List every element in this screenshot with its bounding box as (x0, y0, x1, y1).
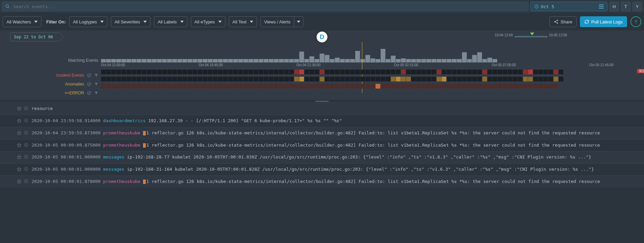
histogram-bar[interactable] (315, 59, 319, 62)
heat-cell[interactable] (238, 77, 243, 81)
heat-cell[interactable] (401, 77, 406, 81)
heat-cell[interactable] (152, 70, 157, 74)
heat-cell[interactable] (238, 70, 243, 74)
heat-cell[interactable] (437, 84, 441, 89)
heat-cell[interactable] (487, 70, 492, 74)
heat-cell[interactable] (345, 70, 350, 74)
heat-cell[interactable] (477, 77, 482, 81)
star-icon[interactable] (17, 179, 21, 184)
heat-cell[interactable] (386, 77, 390, 81)
heat-cell[interactable] (554, 84, 558, 89)
heat-cell[interactable] (350, 84, 355, 89)
filter-row-icon[interactable] (94, 73, 98, 77)
heat-cell[interactable] (243, 70, 248, 74)
histogram-bar[interactable] (411, 59, 416, 62)
histogram-bar[interactable] (106, 59, 111, 62)
heat-cell[interactable] (442, 84, 446, 89)
heat-cell[interactable] (223, 84, 228, 89)
heat-cell[interactable] (126, 77, 131, 81)
star-icon[interactable] (17, 167, 21, 171)
heat-cell[interactable] (304, 77, 309, 81)
heat-cell[interactable] (386, 84, 390, 89)
heat-cell[interactable] (111, 70, 116, 74)
expand-icon[interactable] (24, 155, 28, 159)
histogram-bar[interactable] (442, 59, 446, 62)
heat-cell[interactable] (554, 70, 558, 74)
histogram-bar[interactable] (309, 56, 314, 62)
heat-cell[interactable] (182, 77, 187, 81)
heat-cell[interactable] (264, 70, 268, 74)
histogram-bar[interactable] (193, 59, 197, 62)
heat-cell[interactable] (248, 70, 253, 74)
heat-cell[interactable] (492, 77, 497, 81)
histogram-bar[interactable] (447, 59, 451, 62)
range-today-button[interactable]: T (621, 2, 630, 11)
heat-cell[interactable] (248, 77, 253, 81)
heat-cell[interactable] (320, 70, 324, 74)
histogram-bar[interactable] (248, 59, 253, 62)
histogram-bar[interactable] (416, 59, 421, 62)
heat-cell[interactable] (274, 70, 279, 74)
histogram-bar[interactable] (157, 59, 162, 62)
heat-cell[interactable] (279, 70, 284, 74)
heat-cell[interactable] (172, 70, 177, 74)
heat-cell[interactable] (304, 70, 309, 74)
error-heat-row[interactable] (101, 83, 634, 89)
heat-cell[interactable] (213, 70, 218, 74)
heat-cell[interactable] (467, 84, 472, 89)
heat-cell[interactable] (360, 70, 365, 74)
range-hour-button[interactable]: H (609, 2, 619, 11)
disable-row-icon[interactable] (87, 82, 92, 87)
date-picker[interactable]: Oct 5 (530, 2, 607, 11)
histogram-bar[interactable] (182, 59, 187, 62)
heat-cell[interactable] (370, 70, 375, 74)
disable-row-icon[interactable] (87, 73, 92, 78)
heat-cell[interactable] (243, 77, 248, 81)
heat-cell[interactable] (386, 70, 390, 74)
heat-cell[interactable] (406, 77, 411, 81)
help-button[interactable]: ? (630, 16, 641, 27)
expand-icon[interactable] (24, 131, 28, 135)
global-search[interactable] (2, 2, 528, 11)
heat-cell[interactable] (350, 77, 355, 81)
heat-cell[interactable] (365, 84, 370, 89)
heat-cell[interactable] (391, 70, 396, 74)
histogram-bar[interactable] (492, 59, 497, 62)
heat-cell[interactable] (132, 70, 136, 74)
heat-cell[interactable] (396, 77, 401, 81)
heat-cell[interactable] (467, 77, 472, 81)
heat-cell[interactable] (538, 70, 543, 74)
heat-cell[interactable] (482, 84, 487, 89)
share-button[interactable]: Share (549, 16, 577, 27)
heat-cell[interactable] (355, 77, 360, 81)
heat-cell[interactable] (477, 70, 482, 74)
heat-cell[interactable] (121, 84, 126, 89)
heat-cell[interactable] (477, 84, 482, 89)
histogram-bar[interactable] (330, 59, 335, 62)
heat-cell[interactable] (279, 77, 284, 81)
heat-cell[interactable] (254, 70, 258, 74)
star-icon[interactable] (17, 143, 21, 147)
histogram-bar[interactable] (320, 54, 324, 62)
heat-cell[interactable] (518, 70, 523, 74)
pull-latest-logs-button[interactable]: Pull Latest Logs (580, 16, 627, 27)
heat-cell[interactable] (208, 77, 213, 81)
heat-cell[interactable] (396, 84, 401, 89)
histogram-bar[interactable] (340, 59, 345, 62)
heat-cell[interactable] (447, 77, 451, 81)
heat-cell[interactable] (528, 77, 533, 81)
heat-cell[interactable] (355, 84, 360, 89)
heat-cell[interactable] (172, 77, 177, 81)
heat-cell[interactable] (132, 77, 136, 81)
heat-cell[interactable] (213, 84, 218, 89)
heat-cell[interactable] (182, 70, 187, 74)
heat-cell[interactable] (198, 77, 202, 81)
heat-cell[interactable] (208, 84, 213, 89)
heat-cell[interactable] (543, 70, 548, 74)
disable-row-icon[interactable] (87, 91, 92, 95)
heat-cell[interactable] (360, 84, 365, 89)
histogram-bar[interactable] (477, 52, 482, 62)
filter-row-icon[interactable] (94, 82, 98, 86)
heat-cell[interactable] (376, 70, 380, 74)
heat-cell[interactable] (269, 84, 274, 89)
